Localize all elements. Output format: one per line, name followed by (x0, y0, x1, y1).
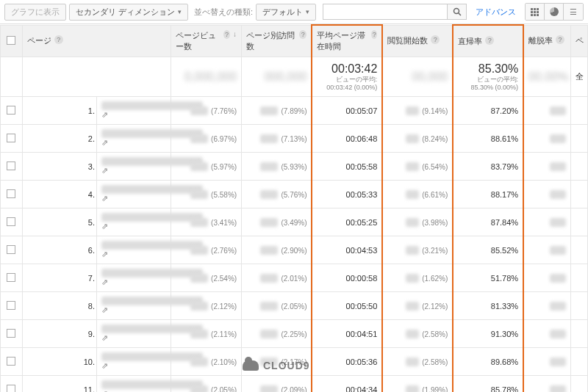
table-row: 11.xxxxxxxxxxxxxxxxxxxxxxxxx ⇗0000(2.05%… (1, 376, 588, 393)
secondary-dimension-dropdown[interactable]: セカンダリ ディメンション ▾ (69, 4, 188, 21)
blurred-value: 0000 (190, 385, 208, 393)
external-link-icon[interactable]: ⇗ (101, 250, 108, 258)
blurred-value: 0,000,000 (184, 70, 237, 83)
blurred-page-path: xxxxxxxxxxxxxxxxxxxxxxxxx (101, 324, 203, 333)
view-table-button[interactable] (526, 4, 545, 20)
cell-page[interactable]: xxxxxxxxxxxxxxxxxxxxxxxxx ⇗ (97, 97, 171, 125)
checkbox-icon (7, 245, 15, 254)
blurred-value: 0000 (190, 162, 208, 171)
cell-unique-pageviews: 0000(3.49%) (242, 208, 312, 236)
blurred-value: 00.0 (550, 330, 565, 338)
cell-unique-pageviews: 0000(5.93%) (242, 153, 312, 181)
header-avg-time[interactable]: 平均ページ滞在時間? (312, 25, 382, 57)
cell-page-value (570, 264, 587, 292)
external-link-icon[interactable]: ⇗ (101, 333, 108, 342)
checkbox-icon (7, 134, 15, 142)
row-checkbox[interactable] (1, 320, 23, 348)
help-icon[interactable]: ? (371, 30, 377, 39)
blurred-value: 0000 (260, 218, 278, 227)
blurred-value: 000 (406, 106, 419, 115)
external-link-icon[interactable]: ⇗ (101, 194, 108, 203)
advanced-link[interactable]: アドバンス (476, 7, 516, 18)
external-link-icon[interactable]: ⇗ (101, 389, 108, 392)
row-index: 2. (22, 125, 96, 153)
blurred-page-path: xxxxxxxxxxxxxxxxxxxxxxxxx (101, 297, 203, 305)
blurred-value: 0000 (190, 246, 208, 255)
search-input[interactable] (323, 4, 448, 20)
cell-page[interactable]: xxxxxxxxxxxxxxxxxxxxxxxxx ⇗ (97, 264, 171, 292)
cell-page[interactable]: xxxxxxxxxxxxxxxxxxxxxxxxx ⇗ (97, 376, 171, 393)
help-icon[interactable]: ? (299, 30, 307, 39)
help-icon[interactable]: ? (431, 35, 440, 44)
header-page-value[interactable]: ペ (570, 25, 587, 57)
external-link-icon[interactable]: ⇗ (101, 361, 108, 370)
cell-bounce-rate: 89.68% (453, 348, 523, 376)
cell-page[interactable]: xxxxxxxxxxxxxxxxxxxxxxxxx ⇗ (97, 292, 171, 320)
blurred-value: 000 (406, 385, 419, 393)
blurred-value: 0000 (190, 190, 208, 199)
header-checkbox[interactable] (1, 25, 23, 57)
checkbox-icon (7, 329, 15, 338)
header-exit-rate[interactable]: 離脱率? (523, 25, 570, 57)
cell-exit-rate: 00.0 (523, 208, 570, 236)
external-link-icon[interactable]: ⇗ (101, 222, 108, 231)
search-button[interactable] (448, 4, 467, 20)
cell-page[interactable]: xxxxxxxxxxxxxxxxxxxxxxxxx ⇗ (97, 208, 171, 236)
blurred-page-path: xxxxxxxxxxxxxxxxxxxxxxxxx (101, 129, 203, 138)
search-group (323, 4, 467, 20)
cell-page[interactable]: xxxxxxxxxxxxxxxxxxxxxxxxx ⇗ (97, 320, 171, 348)
row-checkbox[interactable] (1, 348, 23, 376)
row-checkbox[interactable] (1, 153, 23, 181)
blurred-value: 0000 (190, 218, 208, 227)
cell-page-value (570, 97, 587, 125)
external-link-icon[interactable]: ⇗ (101, 166, 108, 175)
cell-page[interactable]: xxxxxxxxxxxxxxxxxxxxxxxxx ⇗ (97, 125, 171, 153)
cell-page[interactable]: xxxxxxxxxxxxxxxxxxxxxxxxx ⇗ (97, 236, 171, 264)
blurred-value: 0000 (190, 274, 208, 283)
row-checkbox[interactable] (1, 236, 23, 264)
cell-page[interactable]: xxxxxxxxxxxxxxxxxxxxxxxxx ⇗ (97, 181, 171, 208)
row-index: 8. (22, 292, 96, 320)
help-icon[interactable]: ? (485, 36, 494, 45)
row-index: 5. (22, 208, 96, 236)
row-checkbox[interactable] (1, 181, 23, 208)
checkbox-icon (7, 161, 15, 170)
external-link-icon[interactable]: ⇗ (101, 138, 108, 147)
external-link-icon[interactable]: ⇗ (101, 277, 108, 286)
help-icon[interactable]: ? (223, 30, 230, 39)
summary-page-value-cut: 全 (576, 72, 584, 81)
cell-entrances: 000(3.21%) (382, 236, 453, 264)
blurred-value: 00.0 (550, 274, 565, 283)
cell-avg-time: 00:05:07 (312, 97, 382, 125)
view-pie-button[interactable] (545, 4, 564, 20)
header-bounce-rate[interactable]: 直帰率? (453, 25, 523, 57)
row-checkbox[interactable] (1, 376, 23, 393)
row-checkbox[interactable] (1, 264, 23, 292)
blurred-value: 000 (406, 274, 419, 283)
help-icon[interactable]: ? (54, 35, 63, 44)
cell-unique-pageviews: 0000(2.25%) (242, 320, 312, 348)
external-link-icon[interactable]: ⇗ (101, 305, 108, 314)
toolbar: グラフに表示 セカンダリ ディメンション ▾ 並べ替えの種類: デフォルト ▾ … (0, 0, 588, 24)
header-page[interactable]: ページ? (22, 25, 171, 57)
help-icon[interactable]: ? (556, 35, 564, 44)
header-pageviews[interactable]: ページビュー数?↓ (171, 25, 242, 57)
cell-page[interactable]: xxxxxxxxxxxxxxxxxxxxxxxxx ⇗ (97, 348, 171, 376)
cell-page[interactable]: xxxxxxxxxxxxxxxxxxxxxxxxx ⇗ (97, 153, 171, 181)
table-row: 9.xxxxxxxxxxxxxxxxxxxxxxxxx ⇗0000(2.11%)… (1, 320, 588, 348)
header-unique-pageviews[interactable]: ページ別訪問数? (242, 25, 312, 57)
report-table: ページ? ページビュー数?↓ ページ別訪問数? 平均ページ滞在時間? 閲覧開始数… (0, 24, 588, 392)
show-in-graph-button[interactable]: グラフに表示 (4, 4, 66, 21)
cell-bounce-rate: 85.52% (453, 236, 523, 264)
sort-type-dropdown[interactable]: デフォルト ▾ (256, 4, 316, 21)
blurred-value: 000 (406, 357, 419, 366)
external-link-icon[interactable]: ⇗ (101, 110, 108, 119)
row-checkbox[interactable] (1, 125, 23, 153)
view-bar-button[interactable]: ☰ (564, 4, 583, 20)
header-entrances[interactable]: 閲覧開始数? (382, 25, 453, 57)
row-checkbox[interactable] (1, 97, 23, 125)
row-checkbox[interactable] (1, 292, 23, 320)
cell-entrances: 000(6.61%) (382, 181, 453, 208)
cell-page-value (570, 181, 587, 208)
row-checkbox[interactable] (1, 208, 23, 236)
